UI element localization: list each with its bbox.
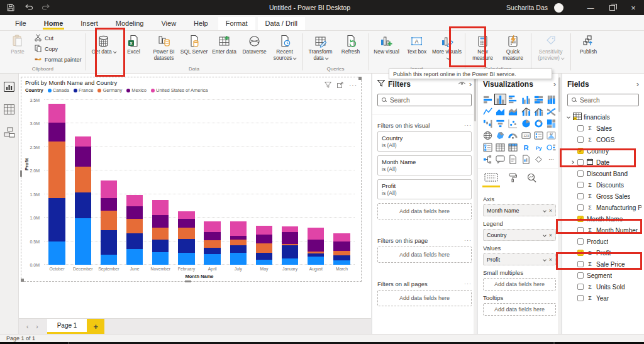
stacked-bar[interactable] [152, 200, 169, 265]
line-clustered-column-chart[interactable] [533, 106, 545, 117]
bar-segment[interactable] [178, 219, 194, 227]
field-row[interactable]: ✓ Σ Sales [565, 123, 641, 134]
field-checkbox[interactable]: ✓ [577, 170, 584, 177]
bar-segment[interactable] [152, 200, 169, 214]
collapse-visualizations-icon[interactable]: › [553, 79, 556, 89]
ribbon-tab[interactable]: Modeling [108, 17, 152, 30]
bar-segment[interactable] [101, 198, 117, 211]
bar-segment[interactable] [48, 104, 65, 123]
ribbon-button[interactable]: A Text box [402, 33, 432, 55]
ribbon-button[interactable]: Transform data [306, 33, 336, 61]
legend-item[interactable]: Germany [97, 87, 122, 93]
close-button[interactable]: × [623, 0, 644, 15]
kpi[interactable]: 42 [545, 130, 557, 141]
field-well-placeholder[interactable]: Add data fields here [483, 303, 556, 316]
line-stacked-column-chart[interactable] [519, 106, 531, 117]
legend-item[interactable]: Mexico [126, 87, 147, 93]
legend-item[interactable]: United States of America [151, 87, 208, 93]
bar-segment[interactable] [101, 180, 117, 198]
field-checkbox[interactable]: ✓ [577, 159, 584, 165]
bar-segment[interactable] [178, 239, 194, 253]
field-row[interactable]: ✓ Σ COGS [565, 134, 641, 145]
user-name[interactable]: Sucharita Das [506, 4, 548, 11]
field-checkbox[interactable]: ✓ [577, 182, 584, 188]
ribbon-button[interactable]: Enter data [209, 33, 240, 55]
prev-page-arrow[interactable]: ‹ [26, 323, 28, 330]
chevron-down-icon[interactable] [543, 258, 547, 262]
field-well-value[interactable]: Month Name × [483, 204, 556, 216]
bar-segment[interactable] [256, 226, 272, 235]
field-checkbox[interactable]: ✓ [577, 272, 584, 279]
filled-map[interactable] [494, 130, 506, 141]
ribbon-button[interactable]: More visuals [432, 33, 462, 61]
bar-segment[interactable] [75, 136, 91, 147]
bar-segment[interactable] [333, 260, 350, 265]
decomposition-tree[interactable] [482, 153, 494, 165]
filters-scrollbar[interactable] [474, 74, 477, 334]
bar-segment[interactable] [75, 218, 91, 265]
field-checkbox[interactable]: ✓ [577, 148, 584, 154]
ribbon-chart[interactable] [545, 106, 557, 117]
save-icon[interactable] [6, 3, 15, 12]
section-more-icon[interactable]: ··· [464, 280, 472, 287]
smart-narrative[interactable] [507, 153, 519, 165]
chevron-down-icon[interactable] [543, 209, 547, 213]
field-checkbox[interactable]: ✓ [577, 284, 584, 290]
field-row[interactable]: ✓ Σ Year [565, 292, 641, 304]
bar-segment[interactable] [126, 233, 143, 249]
avatar[interactable] [554, 3, 564, 13]
page-tab[interactable]: Page 1 [47, 319, 87, 334]
bar-segment[interactable] [152, 215, 169, 228]
ribbon-tab[interactable]: Help [186, 17, 216, 30]
ribbon-tab[interactable]: Data / Drill [258, 17, 305, 30]
field-row[interactable]: ✓ Σ Product [565, 236, 641, 247]
area-chart[interactable] [494, 106, 506, 117]
undo-icon[interactable] [24, 3, 33, 12]
key-influencers[interactable] [545, 141, 557, 153]
bar-segment[interactable] [126, 249, 143, 265]
next-page-arrow[interactable]: › [36, 323, 38, 330]
field-checkbox[interactable]: ✓ [577, 227, 584, 233]
legend-item[interactable]: France [74, 87, 93, 93]
ribbon-button[interactable]: x Excel [119, 33, 149, 55]
format-painter-button[interactable]: Format painter [34, 55, 82, 65]
field-checkbox[interactable]: ✓ [577, 261, 584, 267]
100-stacked-bar-chart[interactable] [533, 94, 545, 105]
python-visual[interactable]: Py [533, 141, 545, 153]
bar-segment[interactable] [256, 243, 272, 253]
bar-segment[interactable] [282, 232, 298, 244]
bar-segment[interactable] [333, 233, 350, 241]
field-checkbox[interactable]: ✓ [577, 136, 584, 143]
resize-handle-corner2[interactable] [21, 279, 24, 282]
field-checkbox[interactable]: ✓ [577, 250, 584, 256]
bar-segment[interactable] [256, 260, 272, 265]
more-options-icon[interactable]: ··· [349, 82, 357, 89]
bar-segment[interactable] [178, 211, 194, 219]
ribbon-button[interactable]: Power BI datasets [149, 33, 179, 61]
funnel-chart[interactable] [494, 118, 506, 129]
bar-segment[interactable] [75, 167, 91, 192]
field-checkbox[interactable]: ✓ [577, 216, 584, 222]
bar-segment[interactable] [75, 192, 91, 218]
stacked-bar[interactable] [333, 233, 350, 265]
resize-handle-bottom[interactable] [185, 280, 191, 282]
bar-segment[interactable] [178, 253, 194, 265]
minimize-button[interactable]: — [580, 0, 601, 15]
section-more-icon[interactable]: ··· [464, 122, 472, 129]
slicer[interactable] [482, 141, 494, 153]
add-filter-field[interactable]: Add data fields here [377, 290, 472, 306]
bar-segment[interactable] [48, 198, 65, 241]
more-visuals[interactable]: ··· [545, 153, 557, 165]
ribbon-tab[interactable]: Insert [73, 17, 106, 30]
paste-button[interactable]: Paste [3, 33, 33, 55]
ribbon-button[interactable]: SQL Server [179, 33, 209, 55]
field-row[interactable]: ✓ Σ Segment [565, 270, 641, 281]
add-filter-field[interactable]: Add data fields here [377, 203, 472, 219]
field-row[interactable]: ✓ Σ Discount Band [565, 168, 641, 179]
bar-segment[interactable] [282, 226, 298, 232]
clustered-bar-chart[interactable] [507, 94, 519, 105]
filter-card[interactable]: Profit is (All) [377, 179, 472, 199]
ribbon-button[interactable]: Refresh [336, 33, 366, 55]
bar-segment[interactable] [126, 206, 143, 218]
fields-tab-icon[interactable] [484, 173, 498, 187]
